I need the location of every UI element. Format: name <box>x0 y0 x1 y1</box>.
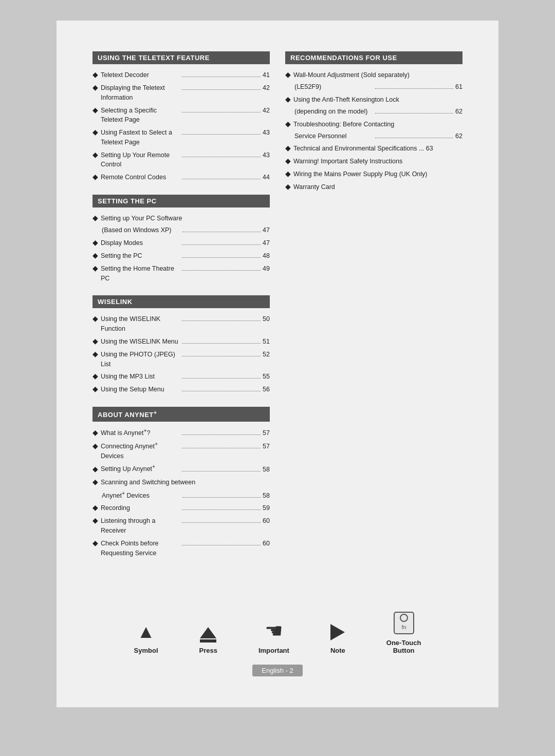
item-label: Warranty Card <box>293 182 462 192</box>
page-num: 42 <box>263 83 270 93</box>
bullet-icon: ◆ <box>92 82 98 93</box>
language-row: English - 2 <box>92 665 462 676</box>
dots <box>182 545 261 545</box>
dots <box>182 77 261 77</box>
onetouch-label: One-TouchButton <box>386 639 421 654</box>
item-label: Anynet+ Devices <box>102 489 180 501</box>
note-label: Note <box>330 647 345 654</box>
list-item: ◆ Warning! Important Safety Instructions <box>285 156 462 166</box>
symbol-item-onetouch: fn One-TouchButton <box>386 611 421 654</box>
list-item: (LE52F9) 61 <box>285 82 462 92</box>
item-label: Displaying the Teletext Information <box>101 83 180 103</box>
important-icon: ☚ <box>265 619 283 642</box>
page-num: 41 <box>263 70 270 80</box>
item-label: Wall-Mount Adjustment (Sold separately) <box>293 70 462 80</box>
dots <box>182 391 261 391</box>
bullet-icon: ◆ <box>92 313 98 324</box>
right-column: RECOMMENDATIONS FOR USE ◆ Wall-Mount Adj… <box>285 51 462 570</box>
symbol-item-note: Note <box>330 622 345 654</box>
item-label: (LE52F9) <box>294 82 373 92</box>
bullet-icon: ◆ <box>92 105 98 116</box>
item-label: Setting Up Anynet+ <box>101 463 180 474</box>
dots <box>182 320 261 321</box>
bullet-icon: ◆ <box>285 69 291 80</box>
press-icon <box>200 627 216 642</box>
press-triangle <box>200 627 216 638</box>
page-num: 57 <box>263 442 270 451</box>
page-num: 50 <box>263 314 270 324</box>
list-item: ◆ Setting the PC 48 <box>92 250 270 261</box>
bullet-icon: ◆ <box>92 538 98 549</box>
page-num: 44 <box>263 173 270 182</box>
bullet-icon: ◆ <box>285 181 291 192</box>
bullet-icon: ◆ <box>285 143 291 154</box>
symbols-footer: ▲ Symbol Press ☚ Important Note <box>92 601 462 654</box>
page-num: 58 <box>263 491 270 501</box>
list-item: ◆ Remote Control Codes 44 <box>92 172 270 182</box>
page-num: 48 <box>263 251 270 261</box>
list-item: ◆ Check Points before Requesting Service… <box>92 538 270 558</box>
dots <box>375 88 454 89</box>
dots <box>182 112 261 112</box>
dots <box>375 113 454 114</box>
list-item: ◆ Troubleshooting: Before Contacting <box>285 119 462 129</box>
item-label: Service Personnel <box>294 131 373 141</box>
dots <box>375 138 454 138</box>
list-item: ◆ Scanning and Switching between <box>92 477 270 487</box>
section-setting-pc: SETTING THE PC ◆ Setting up Your PC Soft… <box>92 195 270 283</box>
list-item: ◆ Using the WISELINK Menu 51 <box>92 336 270 347</box>
bullet-icon: ◆ <box>92 336 98 347</box>
dots <box>182 343 261 344</box>
list-item: ◆ Setting Up Anynet+ 58 <box>92 463 270 474</box>
dots <box>182 509 261 510</box>
svg-text:fn: fn <box>401 624 406 630</box>
item-label: Remote Control Codes <box>101 173 180 182</box>
item-label: Display Modes <box>101 238 180 248</box>
list-item: ◆ Listening through a Receiver 60 <box>92 515 270 536</box>
bullet-icon: ◆ <box>92 349 98 360</box>
list-item: ◆ Recording 59 <box>92 502 270 513</box>
item-label: (Based on Windows XP) <box>102 225 180 235</box>
page-num: 56 <box>263 385 270 394</box>
section-header-setting-pc: SETTING THE PC <box>92 195 270 207</box>
note-arrow-icon <box>330 624 345 640</box>
important-label: Important <box>258 647 289 654</box>
item-label: Selecting a Specific Teletext Page <box>101 106 180 125</box>
list-item: ◆ What is Anynet+? 57 <box>92 427 270 438</box>
item-label: (depending on the model) <box>294 107 373 117</box>
page-num: 49 <box>263 264 270 274</box>
item-label: Troubleshooting: Before Contacting <box>293 120 462 129</box>
section-teletext: USING THE TELETEXT FEATURE ◆ Teletext De… <box>92 51 270 182</box>
list-item: ◆ Using the WISELINK Function 50 <box>92 313 270 334</box>
dots <box>182 497 261 498</box>
bullet-icon: ◆ <box>92 172 98 182</box>
svg-rect-0 <box>394 612 414 634</box>
dots <box>182 179 261 179</box>
list-item: ◆ Wall-Mount Adjustment (Sold separately… <box>285 69 462 80</box>
page-num: 60 <box>263 539 270 549</box>
item-label: Setting up Your PC Software <box>101 214 270 223</box>
item-label: Teletext Decoder <box>101 70 180 80</box>
note-icon <box>330 622 345 642</box>
list-item: Anynet+ Devices 58 <box>92 489 270 501</box>
symbol-item-symbol: ▲ Symbol <box>134 621 158 654</box>
dots <box>182 434 261 435</box>
item-label: Technical and Environmental Specificatio… <box>293 144 462 154</box>
item-label: Setting the PC <box>101 251 180 261</box>
page-num: 57 <box>263 428 270 438</box>
left-column: USING THE TELETEXT FEATURE ◆ Teletext De… <box>92 51 270 570</box>
page-num: 51 <box>263 337 270 347</box>
list-item: ◆ Using the MP3 List 55 <box>92 371 270 382</box>
dots <box>182 522 261 523</box>
section-header-teletext: USING THE TELETEXT FEATURE <box>92 51 270 64</box>
list-item: ◆ Displaying the Teletext Information 42 <box>92 82 270 103</box>
dots <box>182 157 261 157</box>
dots <box>182 89 261 90</box>
bullet-icon: ◆ <box>285 168 291 179</box>
dots <box>182 356 261 356</box>
list-item: ◆ Teletext Decoder 41 <box>92 69 270 80</box>
list-item: ◆ Connecting Anynet+ Devices 57 <box>92 440 270 461</box>
item-label: Listening through a Receiver <box>101 516 180 536</box>
bullet-icon: ◆ <box>92 237 98 248</box>
dots <box>182 232 261 232</box>
